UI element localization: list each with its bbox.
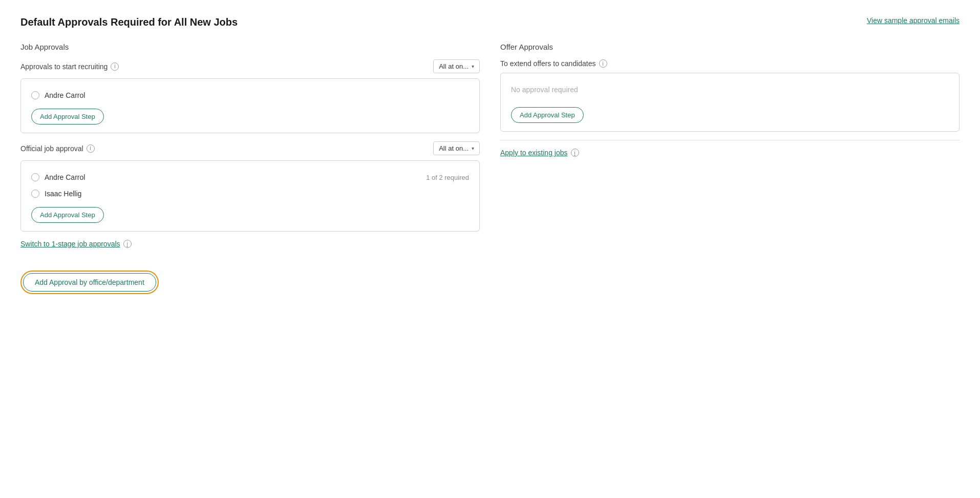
recruiting-info-icon[interactable]: i <box>111 63 119 71</box>
add-approval-by-dept-button[interactable]: Add Approval by office/department <box>23 273 156 292</box>
required-badge: 1 of 2 required <box>426 174 469 181</box>
offer-add-step-button[interactable]: Add Approval Step <box>511 107 584 123</box>
table-row: Isaac Hellig <box>31 185 469 202</box>
divider <box>500 140 960 140</box>
recruiting-add-step-button[interactable]: Add Approval Step <box>31 109 104 125</box>
approver-left: Andre Carrol <box>31 173 85 181</box>
no-approval-text: No approval required <box>511 81 949 102</box>
official-dropdown[interactable]: All at on... ▾ <box>433 141 480 155</box>
table-row: Andre Carrol 1 of 2 required <box>31 169 469 185</box>
page-header: Default Approvals Required for All New J… <box>20 16 960 28</box>
official-label-text: Official job approval <box>20 144 83 153</box>
job-approvals-title: Job Approvals <box>20 43 480 51</box>
official-label: Official job approval i <box>20 144 95 153</box>
radio-circle[interactable] <box>31 173 39 181</box>
job-approvals-col: Job Approvals Approvals to start recruit… <box>20 43 480 294</box>
table-row: Andre Carrol <box>31 87 469 103</box>
approver-name: Andre Carrol <box>45 91 85 99</box>
offer-approvers-box: No approval required Add Approval Step <box>500 73 960 132</box>
approver-left: Andre Carrol <box>31 91 85 99</box>
recruiting-label-text: Approvals to start recruiting <box>20 63 108 71</box>
switch-link-text: Switch to 1-stage job approvals <box>20 240 120 248</box>
approver-left: Isaac Hellig <box>31 190 81 198</box>
offer-label-text: To extend offers to candidates <box>500 59 596 68</box>
official-add-step-button[interactable]: Add Approval Step <box>31 207 104 223</box>
recruiting-dropdown-arrow: ▾ <box>472 64 474 69</box>
apply-link-text: Apply to existing jobs <box>500 149 568 157</box>
switch-info-icon[interactable]: i <box>123 240 132 248</box>
switch-to-1stage-link[interactable]: Switch to 1-stage job approvals i <box>20 240 132 248</box>
radio-circle[interactable] <box>31 190 39 198</box>
offer-approvals-col: Offer Approvals To extend offers to cand… <box>500 43 960 294</box>
page-title: Default Approvals Required for All New J… <box>20 16 238 28</box>
recruiting-approvers-box: Andre Carrol Add Approval Step <box>20 78 480 133</box>
official-dropdown-value: All at on... <box>439 144 468 152</box>
recruiting-header: Approvals to start recruiting i All at o… <box>20 59 480 73</box>
view-sample-link[interactable]: View sample approval emails <box>867 16 960 25</box>
apply-to-existing-jobs-link[interactable]: Apply to existing jobs i <box>500 149 579 157</box>
official-approvers-box: Andre Carrol 1 of 2 required Isaac Helli… <box>20 160 480 232</box>
apply-info-icon[interactable]: i <box>571 149 579 157</box>
official-info-icon[interactable]: i <box>87 144 95 153</box>
add-dept-btn-wrapper: Add Approval by office/department <box>20 271 159 294</box>
offer-header: To extend offers to candidates i <box>500 59 960 68</box>
offer-info-icon[interactable]: i <box>599 59 607 68</box>
offer-approvals-title: Offer Approvals <box>500 43 960 51</box>
recruiting-label: Approvals to start recruiting i <box>20 63 119 71</box>
recruiting-dropdown[interactable]: All at on... ▾ <box>433 59 480 73</box>
official-dropdown-arrow: ▾ <box>472 146 474 151</box>
recruiting-dropdown-value: All at on... <box>439 63 468 70</box>
approver-name: Isaac Hellig <box>45 190 81 198</box>
radio-circle[interactable] <box>31 91 39 99</box>
approver-name: Andre Carrol <box>45 173 85 181</box>
two-col-layout: Job Approvals Approvals to start recruit… <box>20 43 960 294</box>
official-header: Official job approval i All at on... ▾ <box>20 141 480 155</box>
offer-label: To extend offers to candidates i <box>500 59 607 68</box>
